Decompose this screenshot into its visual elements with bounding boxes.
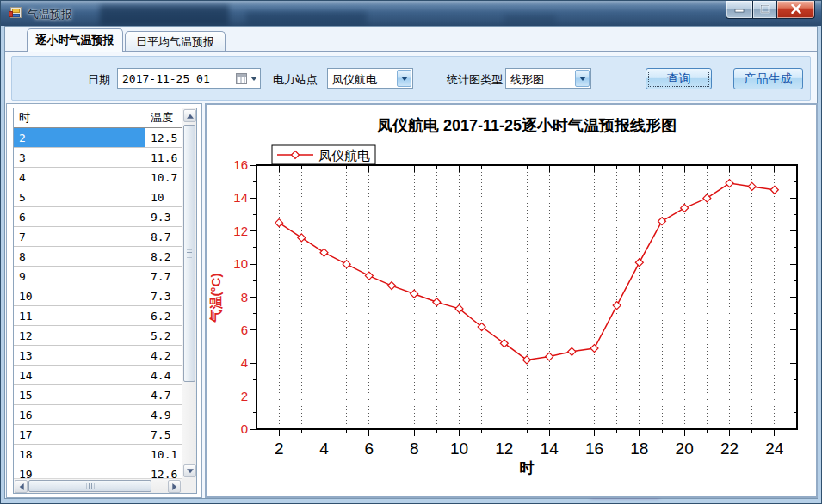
chart-type-combobox[interactable]: 线形图 bbox=[505, 68, 591, 89]
table-row[interactable]: 1810.1 bbox=[14, 445, 182, 464]
cell-temperature[interactable]: 7.3 bbox=[145, 286, 182, 305]
cell-temperature[interactable]: 4.2 bbox=[145, 346, 182, 365]
svg-text:10: 10 bbox=[450, 439, 468, 458]
cell-temperature[interactable]: 10.1 bbox=[145, 445, 182, 464]
cell-temperature[interactable]: 9.3 bbox=[145, 207, 182, 226]
cell-temperature[interactable]: 5.2 bbox=[145, 326, 182, 345]
station-dropdown-button[interactable] bbox=[397, 70, 411, 87]
tab-page: 日期 2017-11-25 01 电力站点 凤仪航电 统计图类型 bbox=[5, 51, 817, 498]
cell-hour[interactable]: 7 bbox=[14, 227, 145, 246]
table-row[interactable]: 78.7 bbox=[14, 227, 182, 247]
date-dropdown-arrow-icon[interactable] bbox=[250, 77, 257, 84]
table-row[interactable]: 212.5 bbox=[14, 128, 182, 148]
table-row[interactable]: 311.6 bbox=[14, 148, 182, 168]
date-picker[interactable]: 2017-11-25 01 bbox=[117, 68, 261, 89]
svg-text:24: 24 bbox=[765, 439, 784, 458]
table-row[interactable]: 164.9 bbox=[14, 405, 182, 425]
scroll-right-button[interactable] bbox=[168, 480, 181, 493]
cell-temperature[interactable]: 10.7 bbox=[145, 168, 182, 187]
table-row[interactable]: 116.2 bbox=[14, 306, 182, 326]
cell-hour[interactable]: 18 bbox=[14, 445, 145, 464]
horizontal-scrollbar-thumb[interactable] bbox=[28, 480, 151, 492]
cell-hour[interactable]: 12 bbox=[14, 326, 145, 345]
table-row[interactable]: 510 bbox=[14, 187, 182, 207]
close-button[interactable] bbox=[776, 1, 815, 19]
chart-type-dropdown-button[interactable] bbox=[575, 70, 590, 87]
chart-axes bbox=[250, 165, 797, 436]
table-row[interactable]: 97.7 bbox=[14, 267, 182, 286]
table-row[interactable]: 1912.6 bbox=[14, 464, 182, 478]
table-row[interactable]: 107.3 bbox=[14, 286, 182, 306]
cell-temperature[interactable]: 12.5 bbox=[145, 128, 182, 147]
cell-hour[interactable]: 9 bbox=[14, 267, 145, 286]
minimize-button[interactable] bbox=[726, 1, 753, 19]
station-label: 电力站点 bbox=[273, 72, 318, 88]
table-rows: 212.5311.6410.751069.378.788.297.7107.31… bbox=[14, 128, 182, 478]
chart-legend: 凤仪航电 bbox=[272, 145, 375, 164]
table-row[interactable]: 134.2 bbox=[14, 346, 182, 366]
table-row[interactable]: 177.5 bbox=[14, 425, 182, 445]
svg-text:10: 10 bbox=[233, 256, 248, 271]
cell-hour[interactable]: 2 bbox=[14, 128, 145, 147]
table-row[interactable]: 154.7 bbox=[14, 385, 182, 405]
cell-hour[interactable]: 6 bbox=[14, 207, 145, 226]
titlebar[interactable]: 气温预报 bbox=[1, 1, 821, 26]
cell-temperature[interactable]: 4.4 bbox=[145, 366, 182, 384]
cell-temperature[interactable]: 8.2 bbox=[145, 247, 182, 266]
cell-hour[interactable]: 14 bbox=[14, 366, 145, 384]
chart-x-tick-labels: 24681012141618202224 bbox=[275, 439, 784, 458]
cell-hour[interactable]: 4 bbox=[14, 168, 145, 187]
chart-panel: 246810121416182022240246810121416凤仪航电凤仪航… bbox=[205, 103, 818, 498]
scroll-up-button[interactable] bbox=[183, 109, 196, 122]
temperature-grid: 时 温度 212.5311.6410.751069.378.788.297.71… bbox=[13, 108, 197, 494]
cell-temperature[interactable]: 8.7 bbox=[145, 227, 182, 246]
horizontal-scrollbar[interactable] bbox=[14, 478, 182, 493]
maximize-button[interactable] bbox=[753, 1, 776, 19]
cell-temperature[interactable]: 4.9 bbox=[145, 405, 182, 424]
tab-daily-average-forecast[interactable]: 日平均气温预报 bbox=[125, 31, 226, 52]
chart-type-label: 统计图类型 bbox=[447, 72, 503, 88]
window-title: 气温预报 bbox=[28, 7, 72, 22]
cell-temperature[interactable]: 7.5 bbox=[145, 425, 182, 444]
table-row[interactable]: 410.7 bbox=[14, 168, 182, 187]
svg-text:14: 14 bbox=[541, 439, 559, 458]
cell-hour[interactable]: 8 bbox=[14, 247, 145, 266]
scroll-left-button[interactable] bbox=[15, 480, 28, 493]
vertical-scrollbar-thumb[interactable] bbox=[183, 125, 195, 382]
svg-text:凤仪航电: 凤仪航电 bbox=[318, 148, 370, 163]
table-row[interactable]: 69.3 bbox=[14, 207, 182, 227]
cell-temperature[interactable]: 11.6 bbox=[145, 148, 182, 167]
cell-hour[interactable]: 11 bbox=[14, 306, 145, 325]
tab-hourly-forecast[interactable]: 逐小时气温预报 bbox=[27, 28, 123, 52]
caption-buttons bbox=[726, 1, 815, 19]
column-header-hour[interactable]: 时 bbox=[14, 108, 145, 127]
cell-hour[interactable]: 13 bbox=[14, 346, 145, 365]
cell-hour[interactable]: 17 bbox=[14, 425, 145, 444]
cell-hour[interactable]: 5 bbox=[14, 187, 145, 206]
cell-hour[interactable]: 16 bbox=[14, 405, 145, 424]
table-row[interactable]: 144.4 bbox=[14, 366, 182, 385]
table-row[interactable]: 125.2 bbox=[14, 326, 182, 346]
vertical-scrollbar[interactable] bbox=[182, 108, 196, 478]
svg-text:22: 22 bbox=[720, 439, 739, 458]
scroll-down-button[interactable] bbox=[183, 464, 196, 477]
column-header-temperature[interactable]: 温度 bbox=[145, 108, 182, 127]
cell-temperature[interactable]: 12.6 bbox=[145, 464, 182, 478]
station-combobox[interactable]: 凤仪航电 bbox=[327, 68, 413, 89]
minimize-icon bbox=[734, 5, 745, 13]
cell-hour[interactable]: 19 bbox=[14, 464, 145, 478]
table-row[interactable]: 88.2 bbox=[14, 247, 182, 267]
cell-hour[interactable]: 10 bbox=[14, 286, 145, 305]
query-button[interactable]: 查询 bbox=[646, 68, 712, 89]
cell-temperature[interactable]: 4.7 bbox=[145, 385, 182, 404]
svg-text:2: 2 bbox=[275, 439, 284, 458]
cell-hour[interactable]: 15 bbox=[14, 385, 145, 404]
cell-hour[interactable]: 3 bbox=[14, 148, 145, 167]
cell-temperature[interactable]: 7.7 bbox=[145, 267, 182, 286]
cell-temperature[interactable]: 6.2 bbox=[145, 306, 182, 325]
app-icon bbox=[9, 7, 23, 20]
glass-blur-artifact bbox=[504, 15, 556, 26]
cell-temperature[interactable]: 10 bbox=[145, 187, 182, 206]
svg-text:12: 12 bbox=[233, 224, 248, 238]
generate-product-button[interactable]: 产品生成 bbox=[733, 68, 803, 89]
